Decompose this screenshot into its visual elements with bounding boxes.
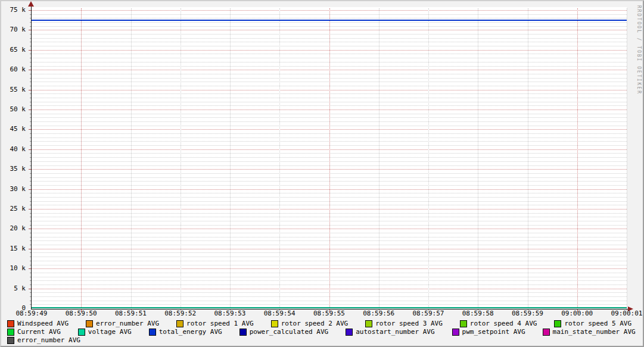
legend-swatch (7, 320, 14, 327)
legend-label: rotor speed 2 AVG (281, 320, 349, 328)
y-tick (30, 285, 31, 285)
legend-item: Current AVG (7, 328, 61, 336)
legend-label: voltage AVG (88, 328, 132, 336)
y-tick (30, 102, 31, 102)
legend-label: total_energy AVG (159, 328, 222, 336)
legend-swatch (554, 320, 561, 327)
legend-item: error_number AVG (7, 336, 80, 345)
y-tick (30, 177, 31, 178)
legend-item: rotor speed 4 AVG (460, 320, 537, 328)
gridline-minor-v (181, 8, 181, 308)
y-tick (30, 245, 31, 245)
legend-swatch (452, 329, 459, 336)
y-tick-label: 30 k (1, 186, 26, 193)
x-tick-label: 08:59:53 (210, 310, 250, 317)
legend-item: rotor speed 3 AVG (365, 320, 443, 328)
y-tick-label: 25 k (1, 205, 26, 212)
y-tick (29, 249, 31, 249)
y-tick (30, 78, 31, 79)
x-tick-label: 08:59:55 (310, 310, 349, 317)
y-tick (30, 304, 31, 305)
y-tick (30, 22, 31, 23)
y-tick (30, 225, 31, 226)
legend-item: main_state_number AVG (543, 328, 636, 336)
gridline-minor-v (379, 8, 379, 308)
y-tick (30, 205, 31, 205)
x-tick-label: 08:59:56 (359, 310, 399, 317)
y-tick-label: 50 k (1, 106, 26, 113)
y-tick-label: 65 k (1, 46, 26, 54)
y-tick (29, 268, 31, 269)
gridline-minor-v (478, 8, 478, 308)
legend-item: error_number AVG (86, 320, 159, 328)
y-tick-label: 20 k (1, 225, 26, 232)
y-tick (30, 42, 31, 42)
y-tick (30, 213, 31, 214)
legend-item: total_energy AVG (149, 328, 222, 336)
gridline-minor-v (279, 8, 280, 308)
y-tick (30, 197, 31, 198)
y-tick (30, 145, 31, 146)
y-tick (30, 292, 31, 293)
y-tick (29, 10, 31, 11)
legend-swatch (365, 320, 372, 327)
x-tick-label: 08:59:58 (458, 310, 497, 317)
y-tick (29, 50, 31, 51)
legend-item: rotor speed 5 AVG (554, 320, 631, 328)
y-tick (30, 66, 31, 67)
legend-label: pwm_setpoint AVG (462, 328, 525, 336)
x-tick-label: 08:59:59 (508, 310, 547, 317)
legend-label: rotor speed 4 AVG (470, 320, 537, 328)
y-tick (29, 70, 31, 70)
x-tick-label: 08:59:50 (61, 310, 101, 317)
gridline-minor-v (131, 8, 132, 308)
y-tick (30, 18, 31, 18)
legend-swatch (7, 329, 14, 336)
y-tick (30, 105, 31, 106)
y-tick (30, 280, 31, 281)
y-tick (30, 46, 31, 46)
y-tick (30, 273, 31, 273)
y-tick (30, 74, 31, 74)
x-tick-label: 08:59:49 (12, 310, 51, 317)
y-tick (30, 240, 31, 241)
y-tick (30, 173, 31, 174)
y-tick (30, 185, 31, 186)
y-tick (29, 289, 31, 289)
y-tick-label: 5 k (1, 285, 26, 292)
series-line-zero-baseline-all-other-series- (32, 307, 627, 308)
y-tick (30, 301, 31, 301)
gridline-minor-v (230, 8, 231, 308)
legend-item: pwm_setpoint AVG (452, 328, 525, 336)
legend-label: main_state_number AVG (553, 328, 636, 336)
legend-item: Windspeed AVG (7, 320, 69, 328)
legend-label: error_number AVG (17, 336, 80, 345)
y-tick (30, 133, 31, 134)
legend-item: rotor speed 2 AVG (271, 320, 349, 328)
gridline-minor-v (428, 8, 429, 308)
x-tick-label: 08:59:52 (161, 310, 200, 317)
legend-swatch (346, 329, 353, 336)
y-tick-label: 45 k (1, 126, 26, 133)
y-tick-label: 60 k (1, 66, 26, 73)
y-tick (30, 54, 31, 54)
legend-swatch (149, 329, 156, 336)
y-tick (30, 193, 31, 193)
legend-swatch (460, 320, 467, 327)
y-axis (31, 5, 32, 309)
legend-item: autostart_number AVG (346, 328, 434, 336)
legend-row-2: Current AVGvoltage AVGtotal_energy AVGpo… (7, 328, 641, 336)
legend-swatch (239, 329, 247, 336)
y-tick-label: 15 k (1, 245, 26, 252)
y-tick-label: 75 k (1, 7, 26, 14)
y-tick (29, 110, 31, 110)
watermark: RRDTOOL / TOBI OETIKER (636, 5, 642, 95)
y-tick (30, 265, 31, 265)
legend-label: rotor speed 1 AVG (186, 320, 254, 328)
legend-swatch (86, 320, 93, 327)
legend-label: autostart_number AVG (356, 328, 434, 336)
y-tick (30, 296, 31, 297)
legend-label: rotor speed 3 AVG (375, 320, 443, 328)
legend-item: power_calculated AVG (239, 328, 328, 336)
y-tick (30, 153, 31, 154)
